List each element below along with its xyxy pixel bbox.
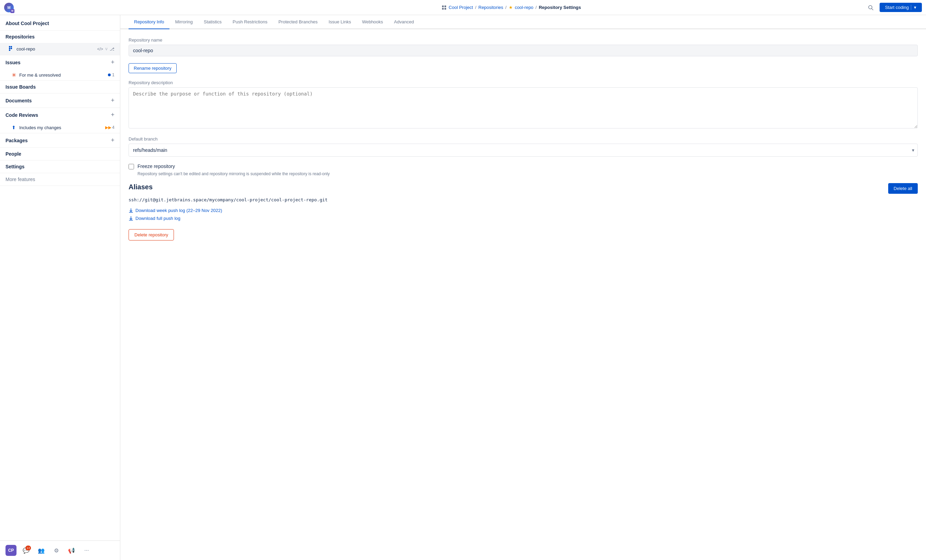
sidebar-section-title-people: People	[6, 151, 21, 157]
badge-num-issues: 1	[112, 72, 115, 77]
breadcrumb-sep1: /	[475, 5, 477, 10]
announcement-icon[interactable]: 📢	[66, 545, 77, 556]
sidebar: About Cool Project Repositories cool-rep…	[0, 15, 120, 560]
sidebar-section-header-packages[interactable]: Packages +	[0, 133, 120, 147]
tab-protected-branches[interactable]: Protected Branches	[273, 15, 323, 29]
sidebar-bottom-avatar[interactable]: CP	[6, 545, 17, 556]
breadcrumb-current: Repository Settings	[539, 5, 581, 10]
tab-webhooks[interactable]: Webhooks	[356, 15, 389, 29]
freeze-repo-row: Freeze repository	[129, 163, 918, 169]
sidebar-section-header-code-reviews[interactable]: Code Reviews +	[0, 108, 120, 122]
download-full-link[interactable]: Download full push log	[129, 216, 918, 221]
rename-repository-button[interactable]: Rename repository	[129, 63, 177, 73]
default-branch-select-wrapper: refs/heads/main ▾	[129, 143, 918, 157]
tab-mirroring[interactable]: Mirroring	[169, 15, 198, 29]
sidebar-section-header-settings[interactable]: Settings	[0, 160, 120, 173]
packages-add-icon[interactable]: +	[111, 137, 115, 144]
issues-add-icon[interactable]: +	[111, 59, 115, 66]
sidebar-repo-actions: </> ⑂ ⎇	[97, 47, 115, 51]
breadcrumb-star-icon: ★	[509, 5, 513, 10]
sidebar-section-title-packages: Packages	[6, 138, 28, 143]
default-branch-select[interactable]: refs/heads/main	[129, 143, 918, 157]
sidebar-section-repositories: Repositories cool-repo </> ⑂ ⎇	[0, 30, 120, 55]
sidebar-section-header-repositories[interactable]: Repositories	[0, 30, 120, 43]
tab-push-restrictions[interactable]: Push Restrictions	[227, 15, 273, 29]
tab-issue-links[interactable]: Issue Links	[323, 15, 356, 29]
settings-icon[interactable]: ⚙	[51, 545, 62, 556]
topbar: M M Cool Project / Repositories / ★ cool…	[0, 0, 926, 15]
sidebar-section-title-code-reviews: Code Reviews	[6, 112, 38, 118]
code-icon[interactable]: </>	[97, 47, 103, 51]
svg-rect-8	[9, 50, 10, 51]
sidebar-section-header-documents[interactable]: Documents +	[0, 94, 120, 107]
sidebar-section-title-issues: Issues	[6, 60, 21, 65]
download-icon-full	[129, 216, 133, 221]
download-icon-week	[129, 208, 133, 213]
repo-description-input[interactable]	[129, 87, 918, 128]
svg-rect-6	[9, 46, 10, 47]
sidebar-item-for-me-unresolved[interactable]: ✳ For me & unresolved 1	[0, 69, 120, 80]
content: Repository Info Mirroring Statistics Pus…	[120, 15, 926, 560]
tab-advanced[interactable]: Advanced	[389, 15, 419, 29]
tabs: Repository Info Mirroring Statistics Pus…	[120, 15, 926, 29]
grid-icon	[442, 5, 446, 10]
chat-badge: 13	[26, 546, 31, 550]
sidebar-repo-item[interactable]: cool-repo </> ⑂ ⎇	[0, 43, 120, 55]
sidebar-section-settings: Settings	[0, 160, 120, 173]
aliases-row: Aliases Delete all	[129, 183, 918, 194]
code-reviews-add-icon[interactable]: +	[111, 111, 115, 119]
sidebar-section-header-more-features[interactable]: More features	[0, 173, 120, 186]
repo-description-label: Repository description	[129, 80, 918, 85]
sidebar-section-title-settings: Settings	[6, 164, 24, 169]
aliases-heading: Aliases	[129, 183, 153, 191]
fork-icon[interactable]: ⑂	[105, 47, 107, 51]
documents-add-icon[interactable]: +	[111, 97, 115, 104]
sidebar-item-label-code-reviews: Includes my changes	[19, 125, 103, 130]
breadcrumb-project[interactable]: Cool Project	[449, 5, 473, 10]
svg-rect-9	[11, 46, 12, 47]
tab-statistics[interactable]: Statistics	[198, 15, 227, 29]
avatar-badge: M	[10, 9, 14, 13]
search-icon[interactable]	[866, 3, 876, 12]
code-reviews-badge: ▶▶ 4	[105, 125, 115, 130]
tab-repository-info[interactable]: Repository Info	[129, 15, 169, 29]
breadcrumb-sep2: /	[505, 5, 507, 10]
issues-badge: 1	[108, 72, 115, 77]
svg-rect-1	[445, 6, 446, 7]
start-coding-button[interactable]: Start coding ▾	[880, 3, 922, 12]
freeze-repo-label[interactable]: Freeze repository	[138, 163, 175, 169]
sidebar-section-title-issue-boards: Issue Boards	[6, 84, 36, 90]
delete-repository-button[interactable]: Delete repository	[129, 229, 174, 240]
start-coding-caret: ▾	[911, 5, 916, 10]
default-branch-label: Default branch	[129, 136, 918, 142]
sidebar-section-title-more-features: More features	[6, 177, 35, 182]
sidebar-section-header-issues[interactable]: Issues +	[0, 55, 120, 69]
avatar[interactable]: M M	[4, 3, 14, 12]
sidebar-item-includes-my-changes[interactable]: ⬆ Includes my changes ▶▶ 4	[0, 122, 120, 133]
repo-name-label: Repository name	[129, 38, 918, 42]
repo-description-group: Repository description	[129, 80, 918, 130]
sidebar-section-issues: Issues + ✳ For me & unresolved 1	[0, 55, 120, 81]
freeze-repo-checkbox[interactable]	[129, 164, 134, 169]
badge-num-code-reviews: 4	[112, 125, 115, 130]
download-week-link[interactable]: Download week push log (22–29 Nov 2022)	[129, 208, 918, 213]
team-icon[interactable]: 👥	[36, 545, 47, 556]
chat-icon[interactable]: 💬 13	[21, 545, 32, 556]
breadcrumb-repo[interactable]: cool-repo	[515, 5, 533, 10]
sidebar-section-code-reviews: Code Reviews + ⬆ Includes my changes ▶▶ …	[0, 108, 120, 133]
sidebar-section-header-people[interactable]: People	[0, 148, 120, 160]
more-icon[interactable]: ···	[81, 545, 92, 556]
content-body: Repository name Rename repository Reposi…	[120, 29, 926, 560]
repo-name-input[interactable]	[129, 45, 918, 56]
pr-icon[interactable]: ⎇	[110, 47, 115, 51]
breadcrumb-repositories[interactable]: Repositories	[478, 5, 503, 10]
badge-arrow-icon: ▶▶	[105, 125, 111, 130]
default-branch-group: Default branch refs/heads/main ▾	[129, 136, 918, 157]
breadcrumb-sep3: /	[536, 5, 537, 10]
sidebar-section-header-issue-boards[interactable]: Issue Boards	[0, 81, 120, 93]
delete-all-button[interactable]: Delete all	[888, 183, 918, 194]
repo-name-group: Repository name	[129, 38, 918, 56]
freeze-repo-help: Repository settings can't be edited and …	[138, 171, 918, 176]
sidebar-section-documents: Documents +	[0, 94, 120, 108]
sidebar-section-people: People	[0, 148, 120, 160]
